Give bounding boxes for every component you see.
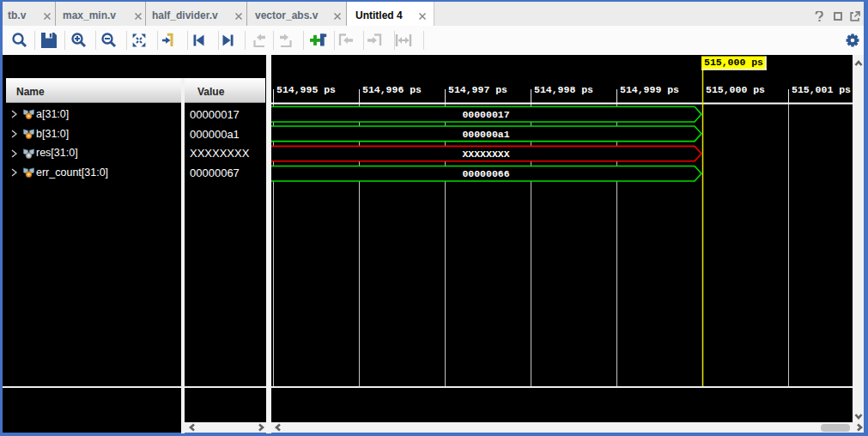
- svg-text:515,000 ps: 515,000 ps: [706, 84, 765, 95]
- svg-text:514,997 ps: 514,997 ps: [448, 84, 507, 95]
- svg-text:000000a1: 000000a1: [462, 129, 509, 140]
- svg-text:515,000 ps: 515,000 ps: [704, 57, 763, 68]
- svg-text:514,999 ps: 514,999 ps: [620, 84, 679, 95]
- svg-text:514,995 ps: 514,995 ps: [276, 84, 336, 95]
- svg-text:514,998 ps: 514,998 ps: [534, 84, 593, 95]
- svg-text:514,996 ps: 514,996 ps: [362, 84, 422, 95]
- svg-text:00000017: 00000017: [462, 109, 509, 120]
- svg-text:00000066: 00000066: [462, 168, 509, 179]
- svg-text:XXXXXXXX: XXXXXXXX: [462, 148, 509, 160]
- svg-text:515,001 ps: 515,001 ps: [792, 84, 851, 95]
